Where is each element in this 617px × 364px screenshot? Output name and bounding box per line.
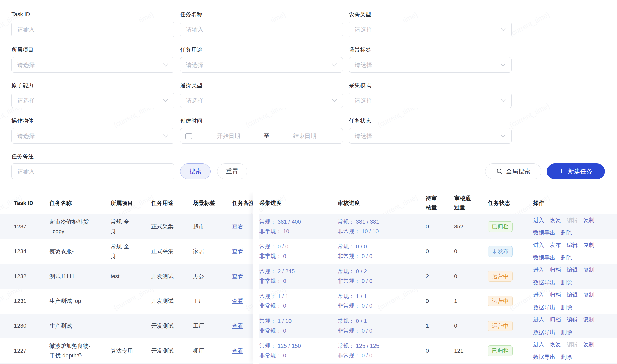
note-view-link[interactable]: 查看	[232, 248, 243, 254]
progress-line: 非常规： 0 / 0	[338, 326, 410, 336]
task-note-input[interactable]: 请输入	[11, 163, 174, 179]
search-button[interactable]: 搜索	[180, 163, 211, 179]
op-link[interactable]: 数据导出	[533, 328, 555, 337]
note-view-link[interactable]: 查看	[232, 223, 243, 230]
op-link[interactable]: 删除	[561, 353, 572, 362]
cell-scene: 办公	[193, 272, 232, 280]
op-link[interactable]: 删除	[561, 253, 572, 262]
task-purpose-select[interactable]: 请选择	[180, 57, 343, 73]
op-link[interactable]: 归档	[550, 265, 561, 275]
filter-label: 场景标签	[349, 46, 512, 54]
reset-button[interactable]: 重置	[217, 163, 247, 179]
note-view-link[interactable]: 查看	[232, 323, 243, 329]
op-link[interactable]: 发布	[550, 241, 561, 250]
op-link[interactable]: 复制	[583, 315, 594, 324]
create-time-range-picker[interactable]: 开始日期 至 结束日期	[180, 128, 343, 144]
task-name-input[interactable]: 请输入	[180, 22, 343, 37]
op-link[interactable]: 恢复	[550, 216, 561, 225]
cell-task-name: 熨烫衣服-	[49, 247, 111, 256]
cell-approved-count: 121	[444, 348, 486, 354]
status-badge: 运营中	[488, 321, 513, 331]
op-link[interactable]: 归档	[550, 290, 561, 299]
op-link[interactable]: 复制	[583, 265, 594, 275]
progress-line: 非常规： 0 / 0	[338, 276, 410, 286]
op-link[interactable]: 编辑	[567, 241, 578, 250]
op-link[interactable]: 进入	[533, 241, 544, 250]
note-view-link[interactable]: 查看	[232, 348, 243, 354]
op-link[interactable]: 编辑	[567, 265, 578, 275]
cell-review-progress: 常规： 125 / 125非常规： 0 / 0	[338, 341, 414, 360]
progress-line: 常规： 125 / 125	[338, 341, 410, 351]
op-link[interactable]: 删除	[561, 303, 572, 312]
cell-scene: 餐厅	[193, 347, 232, 355]
project-select[interactable]: 请选择	[11, 57, 174, 73]
table-row: 1237超市冷鲜柜补货_copy常规-全身正式采集超市查看常规： 381 / 4…	[0, 214, 617, 239]
progress-line: 常规： 0 / 0	[338, 242, 410, 251]
op-link[interactable]: 数据导出	[533, 303, 555, 312]
progress-line: 非常规： 0	[259, 251, 334, 261]
cell-task-id: 1232	[14, 273, 49, 280]
cell-scene: 工厂	[193, 297, 232, 305]
op-link[interactable]: 数据导出	[533, 278, 555, 287]
atomic-capability-select[interactable]: 请选择	[11, 93, 174, 108]
table-body: 1237超市冷鲜柜补货_copy常规-全身正式采集超市查看常规： 381 / 4…	[0, 214, 617, 363]
cell-pending-count: 0	[414, 298, 444, 304]
col-header-actions: 操作	[533, 198, 617, 208]
filter-label: 任务名称	[180, 11, 343, 18]
teleop-type-select[interactable]: 请选择	[180, 93, 343, 108]
device-type-select[interactable]: 请选择	[349, 22, 512, 37]
filter-label: Task ID	[11, 11, 174, 18]
progress-line: 非常规： 0 / 0	[338, 351, 410, 360]
task-status-select[interactable]: 请选择	[349, 128, 512, 144]
op-link[interactable]: 复制	[583, 216, 594, 225]
op-link[interactable]: 进入	[533, 216, 544, 225]
cell-purpose: 开发测试	[151, 322, 193, 330]
op-link[interactable]: 恢复	[550, 340, 561, 349]
op-link[interactable]: 进入	[533, 315, 544, 324]
progress-line: 常规： 1 / 10	[259, 316, 334, 326]
cell-actions: 进入恢复编辑复制数据导出删除	[533, 340, 617, 362]
op-link[interactable]: 删除	[561, 328, 572, 337]
op-link[interactable]: 数据导出	[533, 228, 555, 238]
op-link[interactable]: 进入	[533, 290, 544, 299]
collect-mode-select[interactable]: 请选择	[349, 93, 512, 108]
status-badge: 未发布	[488, 246, 513, 257]
new-task-button[interactable]: + 新建任务	[547, 163, 605, 179]
global-search-button[interactable]: 全局搜索	[485, 163, 541, 179]
task-table: Task ID 任务名称 所属项目 任务用途 场景标签 任务备注 采集进度 审核…	[0, 192, 617, 364]
op-link[interactable]: 数据导出	[533, 253, 555, 262]
op-link[interactable]: 删除	[561, 228, 572, 238]
op-link[interactable]: 复制	[583, 290, 594, 299]
op-link[interactable]: 删除	[561, 278, 572, 287]
filter-field-device-type: 设备类型 请选择	[349, 11, 512, 37]
col-header-approved-count: 审核通过量	[444, 194, 486, 212]
op-link[interactable]: 数据导出	[533, 353, 555, 362]
op-link[interactable]: 编辑	[567, 315, 578, 324]
scene-tag-select[interactable]: 请选择	[349, 57, 512, 73]
op-link[interactable]: 复制	[583, 241, 594, 250]
op-link[interactable]: 复制	[583, 340, 594, 349]
cell-review-progress: 常规： 0 / 0非常规： 0 / 0	[338, 242, 414, 261]
cell-task-name: 生产测试_op	[49, 296, 111, 306]
progress-line: 常规： 0 / 1	[338, 316, 410, 326]
op-link[interactable]: 归档	[550, 315, 561, 324]
op-link[interactable]: 进入	[533, 340, 544, 349]
operate-object-select[interactable]: 请选择	[11, 128, 174, 144]
progress-line: 常规： 0 / 2	[338, 267, 410, 276]
col-header-task-name: 任务名称	[49, 198, 111, 208]
note-view-link[interactable]: 查看	[232, 273, 243, 279]
filter-field-task-name: 任务名称 请输入	[180, 11, 343, 37]
op-link[interactable]: 编辑	[567, 290, 578, 299]
cell-purpose: 开发测试	[151, 347, 193, 355]
chevron-down-icon	[163, 98, 168, 102]
note-view-link[interactable]: 查看	[232, 298, 243, 304]
cell-purpose: 正式采集	[151, 248, 193, 255]
start-date-placeholder: 开始日期	[195, 132, 262, 140]
task-id-input[interactable]: 请输入	[11, 22, 174, 37]
cell-note: 查看	[232, 322, 253, 330]
chevron-down-icon	[163, 134, 168, 138]
op-link[interactable]: 进入	[533, 265, 544, 275]
progress-line: 非常规： 10 / 10	[338, 227, 410, 236]
table-row: 1234熨烫衣服-常规-全身正式采集家居查看常规： 0 / 0非常规： 0常规：…	[0, 239, 617, 264]
progress-line: 非常规： 0 / 0	[338, 301, 410, 311]
